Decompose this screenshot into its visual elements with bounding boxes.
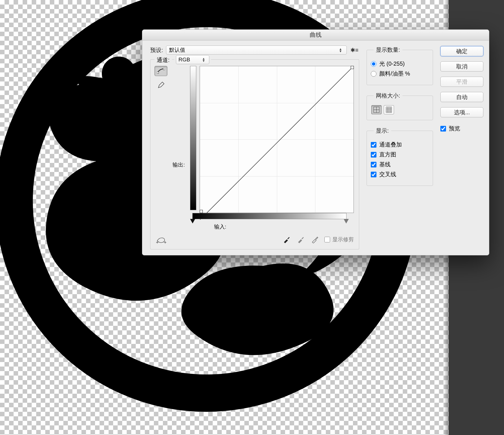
curve-point-tool[interactable] bbox=[154, 66, 167, 76]
show-hist-checkbox[interactable] bbox=[371, 152, 376, 158]
output-label: 输出: bbox=[171, 117, 187, 213]
input-label: 输入: bbox=[192, 223, 226, 231]
grid-coarse-button[interactable] bbox=[371, 105, 382, 114]
dropdown-arrows-icon: ▲▼ bbox=[201, 57, 207, 62]
curves-dialog: 曲线 预设: 默认值 ▲▼ ✱≡ 通道: RGB ▲▼ bbox=[142, 29, 489, 255]
pencil-icon bbox=[158, 82, 164, 89]
show-intersect-label: 交叉线 bbox=[379, 171, 396, 178]
grid-fine-button[interactable] bbox=[384, 105, 394, 114]
ok-button[interactable]: 确定 bbox=[440, 46, 483, 56]
gray-eyedropper[interactable] bbox=[296, 235, 305, 244]
show-baseline-row[interactable]: 基线 bbox=[371, 161, 429, 168]
channel-label: 通道: bbox=[154, 56, 172, 64]
black-eyedropper[interactable] bbox=[282, 235, 291, 244]
preset-menu-button[interactable]: ✱≡ bbox=[350, 46, 359, 55]
grid-16-icon bbox=[386, 107, 392, 113]
targeted-adjust-tool[interactable] bbox=[155, 235, 167, 244]
auto-button[interactable]: 自动 bbox=[440, 92, 483, 102]
svg-rect-2 bbox=[157, 72, 159, 74]
amount-pigment-row[interactable]: 颜料/油墨 % bbox=[371, 70, 429, 77]
curve-icon bbox=[157, 68, 165, 74]
smooth-button: 平滑 bbox=[440, 77, 483, 87]
input-gradient[interactable] bbox=[192, 213, 346, 219]
white-point-slider[interactable] bbox=[344, 219, 349, 223]
curve-line bbox=[200, 66, 354, 220]
curves-main-area: 预设: 默认值 ▲▼ ✱≡ 通道: RGB ▲▼ bbox=[150, 46, 359, 249]
preset-label: 预设: bbox=[150, 46, 163, 54]
cancel-button[interactable]: 取消 bbox=[440, 61, 483, 72]
eyedropper-icon bbox=[311, 236, 318, 243]
show-legend: 显示: bbox=[374, 127, 391, 135]
options-button[interactable]: 选项... bbox=[440, 107, 483, 117]
svg-point-1 bbox=[102, 57, 136, 91]
amount-pigment-label: 颜料/油墨 % bbox=[379, 70, 410, 77]
show-overlay-checkbox[interactable] bbox=[371, 142, 376, 148]
show-clipping-label: 显示修剪 bbox=[332, 236, 354, 243]
preview-row[interactable]: 预览 bbox=[440, 125, 483, 132]
amount-pigment-radio[interactable] bbox=[371, 71, 376, 77]
grid-4-icon bbox=[373, 107, 380, 113]
show-overlay-row[interactable]: 通道叠加 bbox=[371, 141, 429, 148]
preview-label: 预览 bbox=[449, 125, 460, 132]
show-baseline-checkbox[interactable] bbox=[371, 162, 376, 167]
output-gradient[interactable] bbox=[190, 66, 196, 210]
curve-graph[interactable] bbox=[200, 66, 354, 213]
white-eyedropper[interactable] bbox=[310, 235, 319, 244]
show-overlay-label: 通道叠加 bbox=[379, 141, 402, 148]
channel-value: RGB bbox=[178, 57, 190, 63]
show-intersect-row[interactable]: 交叉线 bbox=[371, 171, 429, 178]
amount-group: 显示数量: 光 (0-255) 颜料/油墨 % bbox=[367, 46, 433, 85]
show-baseline-label: 基线 bbox=[379, 161, 391, 168]
eyedropper-icon bbox=[297, 236, 304, 243]
black-point-slider[interactable] bbox=[190, 219, 195, 223]
preset-value: 默认值 bbox=[169, 46, 185, 54]
show-hist-row[interactable]: 直方图 bbox=[371, 151, 429, 158]
amount-legend: 显示数量: bbox=[374, 46, 402, 54]
show-hist-label: 直方图 bbox=[379, 151, 396, 158]
preview-checkbox[interactable] bbox=[440, 126, 446, 132]
hand-scrub-icon bbox=[156, 236, 167, 244]
dialog-buttons: 确定 取消 平滑 自动 选项... 预览 bbox=[440, 46, 483, 249]
amount-light-label: 光 (0-255) bbox=[379, 60, 405, 68]
curve-pencil-tool[interactable] bbox=[154, 80, 167, 90]
show-clipping-checkbox[interactable] bbox=[324, 237, 330, 242]
show-group: 显示: 通道叠加 直方图 基线 交叉线 bbox=[367, 127, 433, 186]
grid-size-group: 网格大小: bbox=[367, 92, 433, 120]
svg-line-4 bbox=[200, 66, 354, 220]
amount-light-row[interactable]: 光 (0-255) bbox=[371, 60, 429, 68]
channel-select[interactable]: RGB ▲▼ bbox=[176, 55, 209, 64]
curve-point-highlight[interactable] bbox=[351, 66, 354, 69]
grid-size-legend: 网格大小: bbox=[374, 92, 402, 100]
display-options: 显示数量: 光 (0-255) 颜料/油墨 % 网格大小: bbox=[367, 46, 433, 249]
dialog-title[interactable]: 曲线 bbox=[142, 30, 489, 40]
gear-icon: ✱≡ bbox=[350, 47, 359, 53]
preset-select[interactable]: 默认值 ▲▼ bbox=[166, 46, 347, 55]
dropdown-arrows-icon: ▲▼ bbox=[337, 48, 344, 52]
svg-rect-3 bbox=[163, 68, 165, 70]
curve-point-shadow[interactable] bbox=[200, 210, 203, 213]
eyedropper-icon bbox=[283, 236, 290, 243]
show-intersect-checkbox[interactable] bbox=[371, 172, 376, 177]
amount-light-radio[interactable] bbox=[371, 61, 376, 67]
